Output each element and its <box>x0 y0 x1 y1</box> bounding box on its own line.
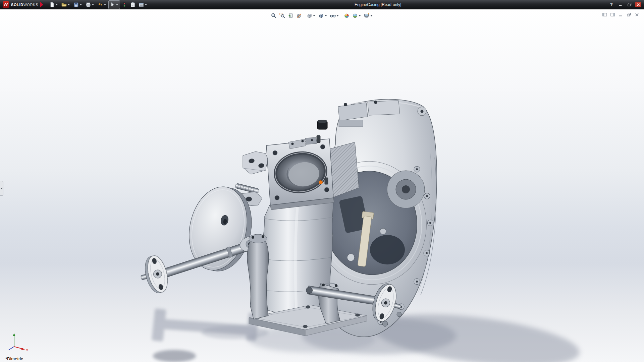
rod-flange-left[interactable] <box>137 254 171 296</box>
y-axis-arrow <box>13 333 15 336</box>
rebuild-button[interactable] <box>120 0 128 9</box>
section-view-icon <box>296 13 302 19</box>
edit-appearance-button[interactable] <box>343 11 351 20</box>
view-settings-icon <box>364 13 370 19</box>
x-axis-label: x <box>26 348 28 352</box>
selection-marker[interactable] <box>319 181 323 184</box>
pane-left-icon <box>602 13 607 17</box>
close-document-button[interactable] <box>634 12 640 17</box>
select-cursor-icon <box>109 2 115 8</box>
close-icon <box>637 3 640 6</box>
feature-panel-collapse-tab[interactable] <box>0 181 3 196</box>
brand-swoosh-icon <box>40 2 43 7</box>
restore-doc-icon <box>627 13 631 17</box>
restore-button[interactable] <box>626 2 633 8</box>
file-properties-icon <box>130 2 136 8</box>
apply-scene-button[interactable] <box>351 11 363 20</box>
minimize-button[interactable] <box>617 2 624 8</box>
dropdown-arrow-icon[interactable] <box>325 15 327 16</box>
z-axis-line <box>9 347 14 350</box>
file-properties-button[interactable] <box>129 0 137 9</box>
view-settings-button[interactable] <box>363 11 374 20</box>
task-pane-toggle-button[interactable] <box>610 12 616 17</box>
close-doc-icon <box>635 13 639 17</box>
hide-show-items-button[interactable] <box>329 11 340 20</box>
options-button[interactable] <box>137 0 149 9</box>
x-axis-arrow <box>21 348 25 350</box>
hide-show-items-icon <box>330 13 336 19</box>
section-view-button[interactable] <box>295 11 303 20</box>
brand-bold: SOLID <box>11 3 23 7</box>
pane-right-icon <box>610 13 615 17</box>
minimize-icon <box>619 3 623 6</box>
view-orientation-icon <box>307 13 313 19</box>
carburetor-flange[interactable] <box>266 135 334 210</box>
zoom-to-fit-button[interactable] <box>270 11 278 20</box>
dropdown-arrow-icon[interactable] <box>80 4 82 5</box>
zoom-to-area-icon <box>279 13 285 19</box>
print-button[interactable] <box>84 0 96 9</box>
stand-arm-left[interactable] <box>247 239 269 319</box>
dropdown-arrow-icon[interactable] <box>313 15 315 16</box>
minimize-doc-icon <box>619 13 623 17</box>
print-icon <box>85 2 91 8</box>
featuremanager-pane-toggle-button[interactable] <box>602 12 608 17</box>
brand-light: WORKS <box>23 3 39 7</box>
undo-icon <box>97 2 103 8</box>
window-controls: ? <box>607 2 644 8</box>
orientation-triad: x <box>5 332 35 353</box>
new-document-icon <box>49 2 55 8</box>
display-style-icon <box>318 13 324 19</box>
heads-up-view-toolbar <box>270 11 374 20</box>
open-button[interactable] <box>60 0 72 9</box>
previous-view-icon <box>288 13 294 19</box>
dropdown-arrow-icon[interactable] <box>359 15 361 16</box>
view-orientation-label: *Dimetric <box>5 356 23 361</box>
restore-document-button[interactable] <box>626 12 632 17</box>
dropdown-arrow-icon[interactable] <box>145 4 147 5</box>
undo-button[interactable] <box>96 0 108 9</box>
zoom-to-area-button[interactable] <box>278 11 286 20</box>
dropdown-arrow-icon[interactable] <box>104 4 106 5</box>
dropdown-arrow-icon[interactable] <box>116 4 118 5</box>
view-orientation-button[interactable] <box>306 11 317 20</box>
document-title: EngineCasing [Read-only] <box>149 2 607 7</box>
edit-appearance-icon <box>344 13 350 19</box>
previous-view-button[interactable] <box>287 11 295 20</box>
zoom-to-fit-icon <box>271 13 277 19</box>
solidworks-logo-icon <box>3 1 9 8</box>
rebuild-traffic-light-icon <box>121 2 127 8</box>
new-document-button[interactable] <box>48 0 60 9</box>
display-style-button[interactable] <box>317 11 329 20</box>
save-icon <box>73 2 79 8</box>
main-toolbar <box>48 0 149 9</box>
dropdown-arrow-icon[interactable] <box>337 15 339 16</box>
engine-casing-model[interactable] <box>0 0 644 362</box>
dropdown-arrow-icon[interactable] <box>92 4 94 5</box>
apply-scene-icon <box>352 13 358 19</box>
help-icon: ? <box>610 2 613 7</box>
select-button[interactable] <box>108 0 120 9</box>
title-bar: SOLIDWORKS <box>0 0 644 9</box>
open-icon <box>61 2 67 8</box>
document-window-controls <box>602 12 640 17</box>
close-button[interactable] <box>635 2 641 7</box>
options-icon <box>138 2 144 8</box>
dropdown-arrow-icon[interactable] <box>371 15 373 16</box>
restore-icon <box>628 3 632 6</box>
minimize-document-button[interactable] <box>618 12 624 17</box>
dropdown-arrow-icon[interactable] <box>56 4 58 5</box>
app-brand: SOLIDWORKS <box>11 3 38 7</box>
collapse-arrow-icon <box>1 187 2 190</box>
dropdown-arrow-icon[interactable] <box>68 4 70 5</box>
help-button[interactable]: ? <box>608 2 615 8</box>
save-button[interactable] <box>72 0 84 9</box>
